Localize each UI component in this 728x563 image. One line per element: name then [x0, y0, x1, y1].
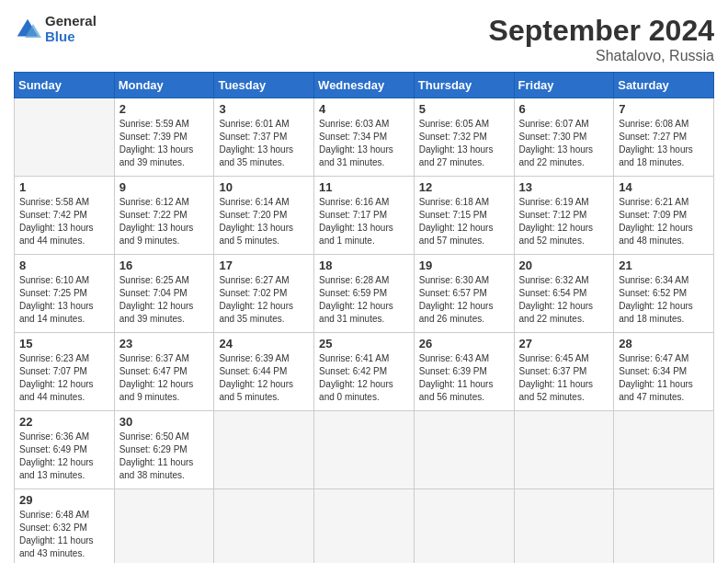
day-number: 30: [119, 415, 210, 429]
calendar-table: Sunday Monday Tuesday Wednesday Thursday…: [14, 72, 714, 563]
day-info: Sunrise: 6:36 AM Sunset: 6:49 PM Dayligh…: [19, 431, 109, 482]
table-row: [614, 411, 714, 489]
day-number: 21: [619, 259, 709, 272]
table-row: 7Sunrise: 6:08 AM Sunset: 7:27 PM Daylig…: [614, 98, 714, 177]
table-row: 24Sunrise: 6:39 AM Sunset: 6:44 PM Dayli…: [214, 333, 314, 411]
day-info: Sunrise: 6:10 AM Sunset: 7:25 PM Dayligh…: [19, 274, 109, 326]
location-title: Shatalovo, Russia: [489, 48, 714, 64]
day-info: Sunrise: 6:01 AM Sunset: 7:37 PM Dayligh…: [219, 118, 309, 169]
day-number: 2: [119, 102, 210, 116]
table-row: 19Sunrise: 6:30 AM Sunset: 6:57 PM Dayli…: [414, 255, 514, 333]
table-row: 2Sunrise: 5:59 AM Sunset: 7:39 PM Daylig…: [114, 98, 214, 177]
day-info: Sunrise: 6:39 AM Sunset: 6:44 PM Dayligh…: [219, 352, 309, 404]
day-info: Sunrise: 6:41 AM Sunset: 6:42 PM Dayligh…: [319, 352, 409, 404]
day-number: 19: [419, 259, 509, 272]
calendar-week-row: 2Sunrise: 5:59 AM Sunset: 7:39 PM Daylig…: [15, 98, 714, 177]
logo-general-text: General: [45, 14, 97, 29]
table-row: [414, 411, 514, 489]
table-row: 5Sunrise: 6:05 AM Sunset: 7:32 PM Daylig…: [414, 98, 514, 177]
day-info: Sunrise: 6:03 AM Sunset: 7:34 PM Dayligh…: [319, 118, 409, 169]
day-number: 24: [219, 337, 309, 350]
calendar-week-row: 22Sunrise: 6:36 AM Sunset: 6:49 PM Dayli…: [15, 411, 714, 489]
col-tuesday: Tuesday: [214, 73, 314, 98]
calendar-week-row: 15Sunrise: 6:23 AM Sunset: 7:07 PM Dayli…: [15, 333, 714, 411]
logo-icon: [14, 16, 41, 43]
calendar-week-row: 1Sunrise: 5:58 AM Sunset: 7:42 PM Daylig…: [15, 177, 714, 255]
day-number: 14: [619, 180, 709, 194]
col-monday: Monday: [114, 73, 214, 98]
day-info: Sunrise: 6:43 AM Sunset: 6:39 PM Dayligh…: [419, 352, 509, 404]
day-number: 3: [219, 102, 309, 116]
table-row: 15Sunrise: 6:23 AM Sunset: 7:07 PM Dayli…: [15, 333, 115, 411]
table-row: [314, 489, 415, 564]
calendar-week-row: 8Sunrise: 6:10 AM Sunset: 7:25 PM Daylig…: [15, 255, 714, 333]
day-number: 8: [19, 259, 109, 272]
calendar-header-row: Sunday Monday Tuesday Wednesday Thursday…: [15, 73, 714, 98]
table-row: 25Sunrise: 6:41 AM Sunset: 6:42 PM Dayli…: [314, 333, 415, 411]
day-number: 25: [319, 337, 409, 350]
day-number: 27: [519, 337, 609, 350]
day-number: 13: [519, 180, 609, 194]
table-row: 20Sunrise: 6:32 AM Sunset: 6:54 PM Dayli…: [514, 255, 614, 333]
header: General Blue September 2024 Shatalovo, R…: [14, 14, 714, 64]
day-info: Sunrise: 5:59 AM Sunset: 7:39 PM Dayligh…: [119, 118, 210, 169]
day-info: Sunrise: 6:18 AM Sunset: 7:15 PM Dayligh…: [419, 196, 509, 247]
table-row: 14Sunrise: 6:21 AM Sunset: 7:09 PM Dayli…: [614, 177, 714, 255]
day-number: 10: [219, 180, 309, 194]
day-info: Sunrise: 6:37 AM Sunset: 6:47 PM Dayligh…: [119, 352, 210, 404]
table-row: [414, 489, 514, 564]
table-row: 10Sunrise: 6:14 AM Sunset: 7:20 PM Dayli…: [214, 177, 314, 255]
day-number: 7: [619, 102, 709, 116]
page: General Blue September 2024 Shatalovo, R…: [0, 0, 728, 563]
table-row: [15, 98, 115, 177]
day-number: 15: [19, 337, 109, 350]
table-row: 23Sunrise: 6:37 AM Sunset: 6:47 PM Dayli…: [114, 333, 214, 411]
day-number: 26: [419, 337, 509, 350]
table-row: 26Sunrise: 6:43 AM Sunset: 6:39 PM Dayli…: [414, 333, 514, 411]
day-info: Sunrise: 6:25 AM Sunset: 7:04 PM Dayligh…: [119, 274, 210, 326]
day-number: 11: [319, 180, 409, 194]
table-row: 1Sunrise: 5:58 AM Sunset: 7:42 PM Daylig…: [15, 177, 115, 255]
table-row: 29Sunrise: 6:48 AM Sunset: 6:32 PM Dayli…: [15, 489, 115, 564]
table-row: 9Sunrise: 6:12 AM Sunset: 7:22 PM Daylig…: [114, 177, 214, 255]
table-row: 27Sunrise: 6:45 AM Sunset: 6:37 PM Dayli…: [514, 333, 614, 411]
table-row: 11Sunrise: 6:16 AM Sunset: 7:17 PM Dayli…: [314, 177, 415, 255]
day-info: Sunrise: 6:05 AM Sunset: 7:32 PM Dayligh…: [419, 118, 509, 169]
table-row: 30Sunrise: 6:50 AM Sunset: 6:29 PM Dayli…: [114, 411, 214, 489]
day-info: Sunrise: 6:12 AM Sunset: 7:22 PM Dayligh…: [119, 196, 210, 247]
table-row: [114, 489, 214, 564]
day-info: Sunrise: 6:50 AM Sunset: 6:29 PM Dayligh…: [119, 431, 210, 482]
day-info: Sunrise: 6:21 AM Sunset: 7:09 PM Dayligh…: [619, 196, 709, 247]
table-row: 4Sunrise: 6:03 AM Sunset: 7:34 PM Daylig…: [314, 98, 415, 177]
day-number: 18: [319, 259, 409, 272]
col-wednesday: Wednesday: [314, 73, 415, 98]
table-row: [514, 411, 614, 489]
table-row: 13Sunrise: 6:19 AM Sunset: 7:12 PM Dayli…: [514, 177, 614, 255]
table-row: [214, 411, 314, 489]
table-row: 28Sunrise: 6:47 AM Sunset: 6:34 PM Dayli…: [614, 333, 714, 411]
day-info: Sunrise: 6:27 AM Sunset: 7:02 PM Dayligh…: [219, 274, 309, 326]
day-info: Sunrise: 6:48 AM Sunset: 6:32 PM Dayligh…: [19, 509, 109, 560]
col-sunday: Sunday: [15, 73, 115, 98]
logo: General Blue: [14, 14, 97, 44]
table-row: [514, 489, 614, 564]
day-number: 9: [119, 180, 210, 194]
day-info: Sunrise: 6:16 AM Sunset: 7:17 PM Dayligh…: [319, 196, 409, 247]
calendar-week-row: 29Sunrise: 6:48 AM Sunset: 6:32 PM Dayli…: [15, 489, 714, 564]
table-row: [314, 411, 415, 489]
logo-text: General Blue: [45, 14, 97, 44]
day-info: Sunrise: 6:32 AM Sunset: 6:54 PM Dayligh…: [519, 274, 609, 326]
day-number: 29: [19, 493, 109, 507]
day-number: 17: [219, 259, 309, 272]
table-row: 16Sunrise: 6:25 AM Sunset: 7:04 PM Dayli…: [114, 255, 214, 333]
day-number: 6: [519, 102, 609, 116]
table-row: 18Sunrise: 6:28 AM Sunset: 6:59 PM Dayli…: [314, 255, 415, 333]
day-number: 22: [19, 415, 109, 429]
day-number: 23: [119, 337, 210, 350]
table-row: 6Sunrise: 6:07 AM Sunset: 7:30 PM Daylig…: [514, 98, 614, 177]
col-saturday: Saturday: [614, 73, 714, 98]
month-title: September 2024: [489, 14, 714, 48]
table-row: 22Sunrise: 6:36 AM Sunset: 6:49 PM Dayli…: [15, 411, 115, 489]
table-row: 3Sunrise: 6:01 AM Sunset: 7:37 PM Daylig…: [214, 98, 314, 177]
table-row: 17Sunrise: 6:27 AM Sunset: 7:02 PM Dayli…: [214, 255, 314, 333]
